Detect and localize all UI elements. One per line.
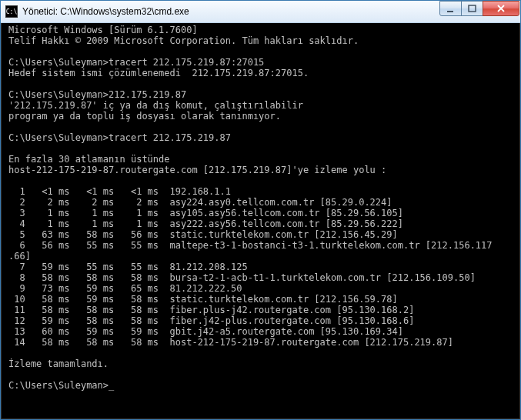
titlebar[interactable]: C:\ Yönetici: C:\Windows\system32\cmd.ex… — [1, 1, 520, 23]
window-controls — [440, 1, 519, 16]
console-output[interactable]: Microsoft Windows [Sürüm 6.1.7600] Telif… — [6, 23, 515, 414]
svg-rect-0 — [447, 11, 453, 12]
minimize-button[interactable] — [439, 1, 462, 16]
cmd-window: C:\ Yönetici: C:\Windows\system32\cmd.ex… — [0, 0, 521, 420]
close-button[interactable] — [483, 1, 519, 16]
maximize-button[interactable] — [461, 1, 483, 16]
window-title: Yönetici: C:\Windows\system32\cmd.exe — [22, 6, 440, 17]
svg-rect-1 — [469, 5, 476, 12]
cmd-icon: C:\ — [5, 5, 18, 18]
